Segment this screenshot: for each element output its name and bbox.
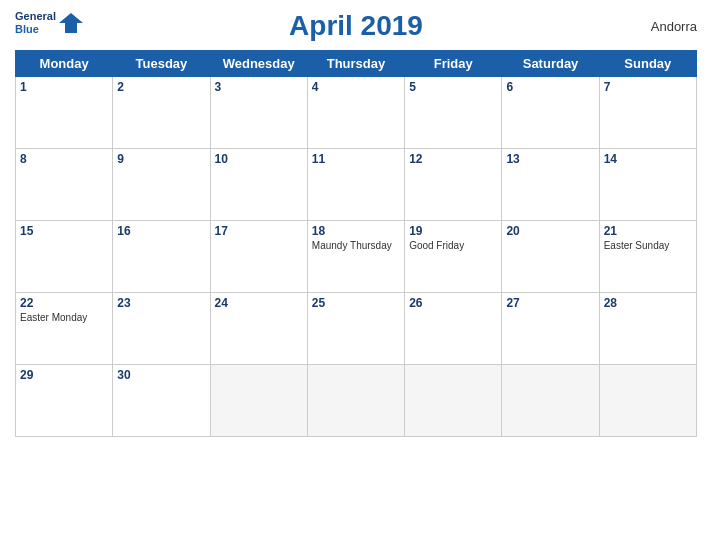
calendar-cell-w2-d5: 12 bbox=[405, 149, 502, 221]
cell-date-number: 30 bbox=[117, 368, 205, 382]
calendar-cell-w2-d6: 13 bbox=[502, 149, 599, 221]
calendar-cell-w3-d4: 18Maundy Thursday bbox=[307, 221, 404, 293]
calendar-table: Monday Tuesday Wednesday Thursday Friday… bbox=[15, 50, 697, 437]
calendar-cell-w5-d2: 30 bbox=[113, 365, 210, 437]
logo-general: General bbox=[15, 10, 56, 23]
cell-date-number: 8 bbox=[20, 152, 108, 166]
calendar-cell-w5-d6 bbox=[502, 365, 599, 437]
calendar-cell-w3-d6: 20 bbox=[502, 221, 599, 293]
cell-date-number: 16 bbox=[117, 224, 205, 238]
cell-date-number: 20 bbox=[506, 224, 594, 238]
cell-date-number: 14 bbox=[604, 152, 692, 166]
calendar-cell-w3-d3: 17 bbox=[210, 221, 307, 293]
week-row-2: 891011121314 bbox=[16, 149, 697, 221]
cell-date-number: 28 bbox=[604, 296, 692, 310]
calendar-cell-w3-d2: 16 bbox=[113, 221, 210, 293]
calendar-cell-w3-d5: 19Good Friday bbox=[405, 221, 502, 293]
header-tuesday: Tuesday bbox=[113, 51, 210, 77]
calendar-cell-w3-d1: 15 bbox=[16, 221, 113, 293]
country-label: Andorra bbox=[651, 19, 697, 34]
cell-date-number: 27 bbox=[506, 296, 594, 310]
cell-date-number: 24 bbox=[215, 296, 303, 310]
header-sunday: Sunday bbox=[599, 51, 696, 77]
calendar-cell-w3-d7: 21Easter Sunday bbox=[599, 221, 696, 293]
cell-holiday-label: Maundy Thursday bbox=[312, 240, 400, 251]
cell-date-number: 15 bbox=[20, 224, 108, 238]
header-friday: Friday bbox=[405, 51, 502, 77]
cell-date-number: 23 bbox=[117, 296, 205, 310]
calendar-wrapper: General Blue April 2019 Andorra Monday T… bbox=[0, 0, 712, 550]
calendar-cell-w2-d2: 9 bbox=[113, 149, 210, 221]
cell-date-number: 3 bbox=[215, 80, 303, 94]
calendar-header: General Blue April 2019 Andorra bbox=[15, 10, 697, 42]
cell-date-number: 17 bbox=[215, 224, 303, 238]
cell-date-number: 2 bbox=[117, 80, 205, 94]
cell-date-number: 29 bbox=[20, 368, 108, 382]
logo-text: General Blue bbox=[15, 10, 83, 36]
cell-date-number: 18 bbox=[312, 224, 400, 238]
logo-blue: Blue bbox=[15, 23, 56, 36]
cell-date-number: 7 bbox=[604, 80, 692, 94]
calendar-cell-w4-d5: 26 bbox=[405, 293, 502, 365]
logo-area: General Blue bbox=[15, 10, 83, 36]
calendar-cell-w1-d5: 5 bbox=[405, 77, 502, 149]
calendar-cell-w4-d6: 27 bbox=[502, 293, 599, 365]
cell-date-number: 13 bbox=[506, 152, 594, 166]
calendar-cell-w2-d1: 8 bbox=[16, 149, 113, 221]
header-monday: Monday bbox=[16, 51, 113, 77]
calendar-cell-w1-d7: 7 bbox=[599, 77, 696, 149]
calendar-cell-w5-d1: 29 bbox=[16, 365, 113, 437]
calendar-cell-w1-d4: 4 bbox=[307, 77, 404, 149]
calendar-cell-w5-d7 bbox=[599, 365, 696, 437]
calendar-cell-w2-d4: 11 bbox=[307, 149, 404, 221]
cell-date-number: 12 bbox=[409, 152, 497, 166]
cell-date-number: 25 bbox=[312, 296, 400, 310]
week-row-4: 22Easter Monday232425262728 bbox=[16, 293, 697, 365]
cell-holiday-label: Good Friday bbox=[409, 240, 497, 251]
calendar-cell-w5-d3 bbox=[210, 365, 307, 437]
calendar-cell-w4-d7: 28 bbox=[599, 293, 696, 365]
cell-date-number: 5 bbox=[409, 80, 497, 94]
header-thursday: Thursday bbox=[307, 51, 404, 77]
header-saturday: Saturday bbox=[502, 51, 599, 77]
cell-date-number: 26 bbox=[409, 296, 497, 310]
calendar-title: April 2019 bbox=[289, 10, 423, 42]
svg-marker-0 bbox=[59, 13, 83, 33]
weekday-header-row: Monday Tuesday Wednesday Thursday Friday… bbox=[16, 51, 697, 77]
calendar-cell-w1-d3: 3 bbox=[210, 77, 307, 149]
week-row-3: 15161718Maundy Thursday19Good Friday2021… bbox=[16, 221, 697, 293]
cell-holiday-label: Easter Sunday bbox=[604, 240, 692, 251]
cell-date-number: 11 bbox=[312, 152, 400, 166]
cell-date-number: 1 bbox=[20, 80, 108, 94]
cell-date-number: 9 bbox=[117, 152, 205, 166]
header-wednesday: Wednesday bbox=[210, 51, 307, 77]
logo-container: General Blue bbox=[15, 10, 83, 36]
calendar-body: 123456789101112131415161718Maundy Thursd… bbox=[16, 77, 697, 437]
calendar-cell-w5-d4 bbox=[307, 365, 404, 437]
cell-date-number: 4 bbox=[312, 80, 400, 94]
calendar-cell-w2-d7: 14 bbox=[599, 149, 696, 221]
calendar-cell-w5-d5 bbox=[405, 365, 502, 437]
logo-bird-icon bbox=[59, 13, 83, 33]
cell-date-number: 10 bbox=[215, 152, 303, 166]
cell-holiday-label: Easter Monday bbox=[20, 312, 108, 323]
calendar-cell-w4-d1: 22Easter Monday bbox=[16, 293, 113, 365]
week-row-5: 2930 bbox=[16, 365, 697, 437]
calendar-cell-w4-d4: 25 bbox=[307, 293, 404, 365]
calendar-cell-w1-d6: 6 bbox=[502, 77, 599, 149]
calendar-cell-w1-d2: 2 bbox=[113, 77, 210, 149]
week-row-1: 1234567 bbox=[16, 77, 697, 149]
calendar-cell-w1-d1: 1 bbox=[16, 77, 113, 149]
calendar-cell-w4-d3: 24 bbox=[210, 293, 307, 365]
cell-date-number: 19 bbox=[409, 224, 497, 238]
calendar-cell-w4-d2: 23 bbox=[113, 293, 210, 365]
cell-date-number: 21 bbox=[604, 224, 692, 238]
cell-date-number: 22 bbox=[20, 296, 108, 310]
cell-date-number: 6 bbox=[506, 80, 594, 94]
calendar-cell-w2-d3: 10 bbox=[210, 149, 307, 221]
